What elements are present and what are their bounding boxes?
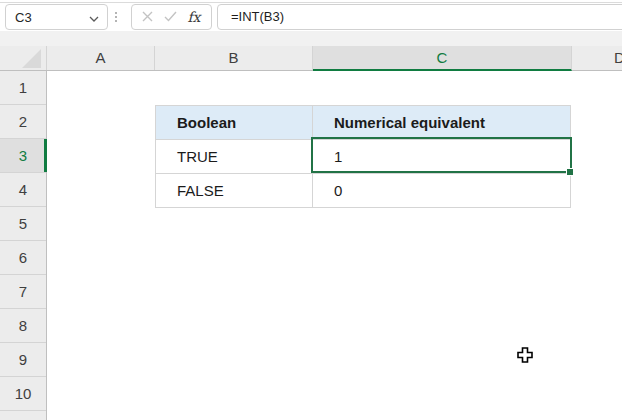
row-header-column: 1 2 3 4 5 6 7 8 9 10 bbox=[0, 71, 47, 420]
row-header-2[interactable]: 2 bbox=[0, 105, 46, 139]
row-header-11-partial[interactable] bbox=[0, 411, 46, 419]
name-box-value: C3 bbox=[15, 10, 32, 25]
formula-bar: C3 fx =INT(B3) bbox=[0, 0, 622, 31]
toolbar-gap bbox=[0, 31, 622, 46]
vertical-dots-grip-icon[interactable] bbox=[112, 8, 120, 26]
cell-cursor-plus-icon bbox=[517, 347, 533, 363]
row-header-8[interactable]: 8 bbox=[0, 309, 46, 343]
row-header-6[interactable]: 6 bbox=[0, 241, 46, 275]
column-header-c-selected[interactable]: C bbox=[313, 46, 572, 71]
active-cell-selection-border[interactable] bbox=[311, 137, 572, 173]
fill-handle[interactable] bbox=[566, 168, 574, 176]
cell-c4[interactable]: 0 bbox=[313, 174, 571, 208]
excel-window: C3 fx =INT(B3) A B C D 1 bbox=[0, 0, 622, 420]
column-header-a[interactable]: A bbox=[47, 46, 155, 70]
formula-input[interactable]: =INT(B3) bbox=[217, 4, 622, 30]
insert-function-icon[interactable]: fx bbox=[187, 9, 200, 25]
top-divider bbox=[0, 2, 622, 3]
row-header-1[interactable]: 1 bbox=[0, 71, 46, 105]
row-header-4[interactable]: 4 bbox=[0, 173, 46, 207]
select-all-triangle-icon bbox=[22, 49, 41, 68]
cell-b4[interactable]: FALSE bbox=[156, 174, 313, 208]
row-selection-bar bbox=[44, 139, 47, 172]
column-header-row: A B C D bbox=[0, 46, 622, 71]
row-header-5[interactable]: 5 bbox=[0, 207, 46, 241]
confirm-icon[interactable] bbox=[164, 8, 177, 26]
cell-b2-header[interactable]: Boolean bbox=[156, 106, 313, 140]
formula-buttons: fx bbox=[131, 4, 212, 30]
column-header-d[interactable]: D bbox=[572, 46, 622, 70]
row-header-3-selected[interactable]: 3 bbox=[0, 139, 46, 173]
cell-b3[interactable]: TRUE bbox=[156, 140, 313, 174]
formula-text: =INT(B3) bbox=[231, 9, 284, 24]
row-header-9[interactable]: 9 bbox=[0, 343, 46, 377]
row-header-10[interactable]: 10 bbox=[0, 377, 46, 411]
name-box[interactable]: C3 bbox=[5, 4, 108, 30]
select-all-button[interactable] bbox=[0, 46, 47, 70]
column-header-b[interactable]: B bbox=[155, 46, 313, 70]
cell-c2-header[interactable]: Numerical equivalent bbox=[313, 106, 571, 140]
chevron-down-icon[interactable] bbox=[89, 10, 99, 25]
row-header-7[interactable]: 7 bbox=[0, 275, 46, 309]
cancel-icon[interactable] bbox=[142, 8, 153, 26]
